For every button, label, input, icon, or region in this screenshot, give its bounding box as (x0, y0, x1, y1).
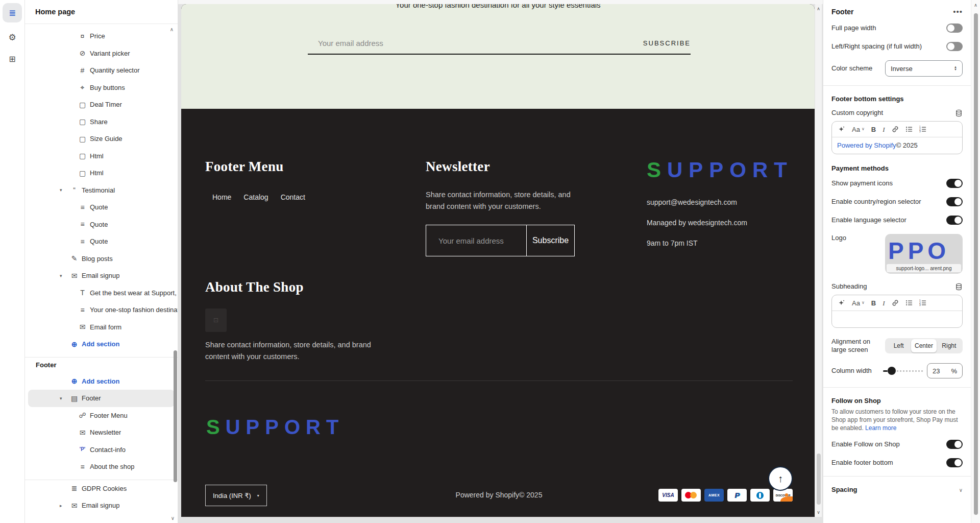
sidebar-item-newsletter[interactable]: ✉ Newsletter (25, 424, 178, 441)
chevron-down-icon: ▾ (257, 493, 259, 498)
subheading-value[interactable] (832, 311, 962, 327)
enable-follow-toggle[interactable] (946, 440, 963, 449)
column-width-input[interactable]: 23 % (927, 363, 963, 378)
sidebar-item-email-text[interactable]: ≡ Your one-stop fashion destinati... (25, 301, 178, 319)
store-preview: Your one-stop fashion destination for al… (178, 0, 823, 523)
sidebar-item-blog-posts[interactable]: ✎ Blog posts (25, 250, 178, 268)
sidebar-item-price[interactable]: ¤ Price (25, 28, 178, 45)
footer-link-catalog[interactable]: Catalog (243, 193, 268, 201)
sidebar-item-variant-picker[interactable]: ⊘ Variant picker (25, 45, 178, 62)
custom-copyright-value[interactable]: Powered by Shopify© 2025 (832, 137, 962, 154)
footer-bottom-bar: India (INR ₹) ▾ Powered by Shopify© 2025… (205, 485, 793, 506)
footer-link-home[interactable]: Home (212, 193, 231, 201)
sidebar-scroll-up-icon[interactable]: ∧ (170, 27, 174, 32)
sidebar-item-gdpr-cookies[interactable]: ≣ GDPR Cookies (25, 480, 178, 497)
sidebar-item-add-section-template[interactable]: ⊕ Add section (25, 336, 178, 353)
sidebar-item-email-form[interactable]: ✉ Email form (25, 319, 178, 336)
copyright-link[interactable]: Powered by Shopify (837, 141, 896, 149)
slider-knob[interactable] (888, 367, 896, 375)
logo-thumbnail[interactable]: PPO support-logo... arent.png (885, 234, 963, 274)
dynamic-source-icon[interactable] (955, 109, 963, 117)
sidebar-item-quote-1[interactable]: ≡ Quote (25, 199, 178, 216)
sidebar-item-html-2[interactable]: ▢ Html (25, 164, 178, 182)
email-input[interactable]: Your email address (308, 39, 383, 47)
sidebar-item-footer-menu[interactable]: ☍ Footer Menu (25, 407, 178, 424)
italic-button[interactable]: I (883, 300, 885, 306)
sidebar-item-share[interactable]: ▢ Share (25, 113, 178, 131)
sidebar-item-email-heading[interactable]: T Get the best wear at Support, th... (25, 284, 178, 302)
country-selector-toggle[interactable] (946, 197, 963, 206)
sidebar-item-html-1[interactable]: ▢ Html (25, 148, 178, 165)
sidebar-item-quote-2[interactable]: ≡ Quote (25, 216, 178, 233)
footer-divider (205, 381, 793, 381)
panel-scrollbar-thumb[interactable] (974, 13, 978, 515)
alignment-left-button[interactable]: Left (886, 339, 911, 352)
sidebar-item-footer[interactable]: ▾ ▤ Footer (28, 390, 175, 407)
sections-nav-button[interactable]: ≣ (3, 3, 22, 22)
sidebar-scrollbar-thumb[interactable] (174, 350, 177, 482)
subscribe-button[interactable]: SUBSCRIBE (643, 39, 691, 47)
color-scheme-select[interactable]: Inverse ▲▼ (885, 60, 963, 77)
show-payment-icons-toggle[interactable] (946, 179, 963, 188)
row-label: Email form (90, 323, 121, 331)
country-selector[interactable]: India (INR ₹) ▾ (205, 485, 267, 506)
sidebar-item-contact-info[interactable]: 'P' Contact-info (25, 441, 178, 459)
bullet-list-icon[interactable] (905, 299, 913, 306)
row-label: Footer Menu (90, 412, 128, 419)
preview-scrollbar-thumb[interactable] (817, 454, 821, 505)
text-style-button[interactable]: Aa∨ (852, 126, 865, 133)
numbered-list-icon[interactable]: 1 2 3 (919, 126, 926, 133)
enable-footer-bottom-toggle[interactable] (946, 458, 963, 467)
back-to-top-button[interactable]: ↑ (768, 466, 793, 491)
sidebar-item-add-section-footer[interactable]: ⊕ Add section (25, 373, 178, 390)
app-embeds-button[interactable]: ⊞ (3, 49, 22, 68)
language-selector-label: Enable language selector (831, 216, 906, 224)
full-page-width-toggle[interactable] (946, 23, 963, 33)
footer-link-contact[interactable]: Contact (281, 193, 305, 201)
sidebar-scroll-down-icon[interactable]: ∨ (171, 515, 175, 521)
full-page-width-label: Full page width (831, 24, 876, 32)
text-style-button[interactable]: Aa∨ (852, 300, 865, 306)
ai-sparkle-icon[interactable] (838, 126, 845, 133)
row-label: Email signup (82, 272, 119, 279)
alignment-center-button[interactable]: Center (911, 339, 936, 352)
sections-icon: ≣ (9, 8, 16, 18)
sidebar-item-quote-3[interactable]: ≡ Quote (25, 233, 178, 250)
more-options-icon[interactable]: ••• (953, 7, 963, 16)
bold-button[interactable]: B (871, 300, 876, 306)
sidebar-item-email-signup-2[interactable]: ▸ ✉ Email signup (25, 497, 178, 514)
sidebar-item-testimonial[interactable]: ▾ “ Testimonial (25, 182, 178, 199)
row-icon: ▢ (78, 135, 87, 142)
panel-scrollbar[interactable]: ∧ (971, 0, 980, 523)
sidebar-item-about-the-shop[interactable]: ≡ About the shop (25, 458, 178, 476)
scroll-up-icon[interactable]: ∧ (815, 6, 822, 11)
newsletter-email-input[interactable]: Your email address (426, 225, 526, 256)
theme-settings-button[interactable]: ⚙ (3, 28, 22, 47)
sidebar-item-deal-timer[interactable]: ▢ Deal Timer (25, 96, 178, 113)
link-icon[interactable] (892, 126, 899, 133)
contact-email[interactable]: support@wedesigntech.com (647, 198, 793, 206)
bullet-list-icon[interactable] (905, 126, 913, 133)
lr-spacing-toggle[interactable] (946, 42, 963, 51)
italic-button[interactable]: I (883, 126, 885, 133)
dynamic-source-icon[interactable] (955, 283, 963, 291)
sidebar-item-email-signup[interactable]: ▾ ✉ Email signup (25, 267, 178, 284)
link-icon[interactable] (892, 299, 899, 306)
newsletter-subscribe-button[interactable]: Subscribe (526, 225, 574, 256)
scroll-up-icon[interactable]: ∧ (971, 3, 980, 8)
preview-scrollbar[interactable]: ∧ ∨ (815, 4, 822, 517)
sidebar-item-buy-buttons[interactable]: ⌖ Buy buttons (25, 79, 178, 97)
bold-button[interactable]: B (871, 126, 876, 133)
sidebar-item-quantity-selector[interactable]: # Quantity selector (25, 62, 178, 79)
scroll-down-icon[interactable]: ∨ (815, 510, 822, 515)
alignment-right-button[interactable]: Right (937, 339, 962, 352)
row-label: Deal Timer (90, 101, 122, 108)
chevron-down-icon[interactable]: ∨ (959, 487, 963, 493)
learn-more-link[interactable]: Learn more (865, 424, 896, 432)
language-selector-toggle[interactable] (946, 216, 963, 225)
column-width-slider[interactable] (883, 367, 923, 375)
sidebar-item-size-guide[interactable]: ▢ Size Guide (25, 130, 178, 148)
numbered-list-icon[interactable]: 1 2 3 (919, 299, 926, 306)
row-label: Quantity selector (90, 66, 140, 74)
ai-sparkle-icon[interactable] (838, 299, 845, 306)
